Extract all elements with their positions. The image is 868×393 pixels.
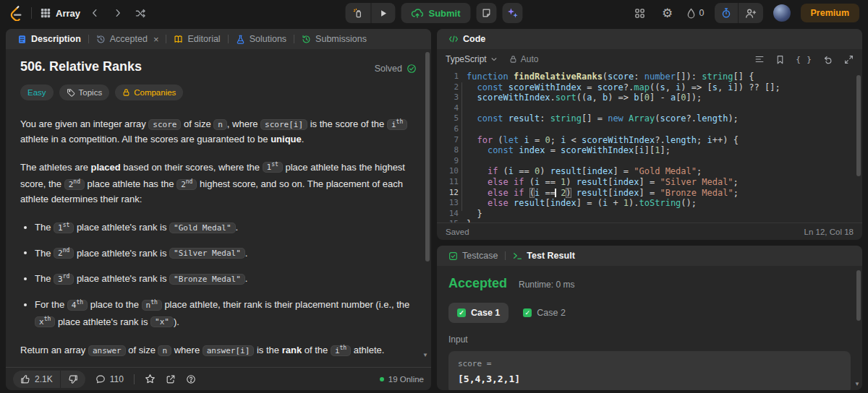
code-token: == [519, 166, 529, 176]
close-icon[interactable]: × [153, 35, 159, 44]
input-box[interactable]: score = [5,4,3,2,1] [448, 351, 851, 390]
language-selector[interactable]: TypeScript [446, 54, 498, 64]
code-line[interactable]: 12 else if (i == 2) result[index] = "Bro… [437, 188, 862, 199]
prev-question-button[interactable] [86, 4, 103, 22]
autocomplete-toggle[interactable]: Auto [509, 54, 539, 64]
code-token: if [514, 177, 524, 187]
submit-label: Submit [428, 8, 460, 19]
next-question-button[interactable] [109, 4, 127, 22]
code-token [524, 188, 529, 198]
timer-button[interactable] [715, 3, 738, 23]
code-editor[interactable]: 1function findRelativeRanks(score: numbe… [437, 69, 862, 223]
tab-label: Submissions [315, 34, 367, 44]
case-tab-case-1[interactable]: ✓Case 1 [448, 303, 509, 323]
description-scrollbar[interactable] [425, 52, 430, 262]
inline-code: xth [35, 316, 55, 327]
code-token: ) { [723, 135, 739, 145]
tab-code[interactable]: Code [443, 29, 491, 49]
code-line[interactable]: 6 [437, 124, 862, 135]
ai-assistant-button[interactable] [503, 3, 523, 23]
code-line[interactable]: 14 } [437, 209, 862, 220]
code-token: i [707, 135, 712, 145]
help-button[interactable] [186, 374, 196, 384]
apps-icon[interactable] [631, 4, 649, 22]
run-button[interactable] [370, 3, 395, 23]
code-line-content: scoreWithIndex.sort((a, b) => b[0] - a[0… [459, 92, 702, 103]
scroll-down-icon[interactable]: ▼ [422, 348, 428, 363]
notes-button[interactable] [477, 3, 497, 23]
comments-button[interactable]: 110 [95, 374, 124, 384]
code-token [665, 92, 671, 103]
tab-test-result[interactable]: Test Result [507, 246, 580, 266]
code-line[interactable]: 10 if (i == 0) result[index] = "Gold Med… [437, 166, 862, 177]
line-number: 9 [437, 156, 459, 167]
tab-submissions[interactable]: Submissions [296, 29, 373, 49]
divider [31, 7, 32, 19]
tab-solutions[interactable]: Solutions [230, 29, 292, 49]
code-line[interactable]: 15} [437, 219, 862, 223]
like-button[interactable]: 2.1K [13, 371, 60, 388]
inline-code: ith [387, 119, 407, 130]
tab-testcase[interactable]: Testcase [443, 246, 503, 266]
code-line[interactable]: 13 else result[index] = (i + 1).toString… [437, 198, 862, 209]
premium-button[interactable]: Premium [801, 4, 860, 22]
format-icon[interactable] [754, 54, 765, 64]
workspace-label: Array [56, 8, 80, 19]
dislike-button[interactable] [60, 371, 85, 388]
code-line[interactable]: 1function findRelativeRanks(score: numbe… [437, 72, 862, 82]
lock-icon [122, 88, 130, 97]
code-token: == [545, 188, 555, 198]
code-line[interactable]: 2 const scoreWithIndex = score?.map((s, … [437, 82, 862, 93]
code-token: [ [545, 198, 550, 208]
code-token [556, 145, 561, 155]
input-field-name: score = [458, 359, 841, 368]
workspace-menu[interactable]: Array [41, 8, 80, 19]
favorite-button[interactable] [145, 373, 156, 384]
shuffle-icon[interactable] [132, 4, 150, 22]
avatar[interactable] [773, 4, 791, 22]
undo-icon[interactable] [823, 54, 833, 64]
result-status: Accepted [448, 276, 507, 291]
debugger-button[interactable] [345, 3, 370, 23]
submit-button[interactable]: Submit [401, 3, 470, 23]
code-line[interactable]: 8 const index = scoreWithIndex[i][1]; [437, 145, 862, 156]
code-line[interactable]: 4 [437, 103, 862, 114]
braces-icon[interactable]: { } [796, 55, 812, 64]
terminal-icon [513, 251, 522, 261]
code-token [509, 198, 514, 208]
online-count: 19 Online [388, 375, 424, 384]
code-token: toString [639, 198, 681, 208]
case-tab-case-2[interactable]: ✓Case 2 [514, 303, 574, 323]
settings-gear-icon[interactable]: ⚙ [659, 4, 676, 22]
code-token [545, 113, 550, 124]
scroll-down-icon[interactable]: ▼ [854, 381, 860, 387]
invite-button[interactable] [738, 3, 763, 23]
code-line[interactable]: 5 const result: string[] = new Array(sco… [437, 113, 862, 124]
streak-count: 0 [699, 8, 705, 18]
topics-button[interactable]: Topics [59, 85, 110, 100]
language-label: TypeScript [446, 54, 487, 64]
code-token: index [587, 166, 613, 176]
code-token [503, 113, 509, 124]
leetcode-logo-icon[interactable] [9, 5, 22, 21]
line-number: 10 [437, 166, 459, 177]
difficulty-badge[interactable]: Easy [20, 85, 54, 100]
daily-streak[interactable]: 0 [686, 8, 705, 19]
code-line[interactable]: 7 for (let i = 0; i < scoreWithIndex?.le… [437, 135, 862, 146]
code-token: if [514, 188, 524, 198]
line-number: 8 [437, 145, 459, 156]
code-line[interactable]: 3 scoreWithIndex.sort((a, b) => b[0] - a… [437, 92, 862, 103]
code-line[interactable]: 11 else if (i == 1) result[index] = "Sil… [437, 177, 862, 188]
code-line[interactable]: 9 [437, 156, 862, 167]
expand-icon[interactable] [844, 55, 854, 64]
testcase-scrollbar[interactable] [856, 270, 861, 321]
bookmark-icon[interactable] [775, 55, 785, 64]
tab-accepted[interactable]: Accepted× [90, 29, 165, 49]
editor-scrollbar[interactable] [856, 75, 861, 176]
code-token: i [639, 145, 644, 155]
tab-description[interactable]: Description [12, 29, 87, 49]
tab-editorial[interactable]: Editorial [168, 29, 226, 49]
code-token: 1 [624, 198, 629, 208]
share-button[interactable] [166, 374, 176, 384]
companies-button[interactable]: Companies [115, 85, 183, 100]
